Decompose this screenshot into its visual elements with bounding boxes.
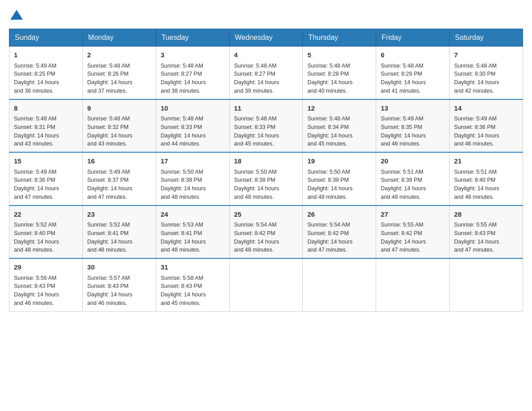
calendar-cell: 3Sunrise: 5:48 AMSunset: 8:27 PMDaylight… — [156, 47, 229, 99]
day-info: Sunrise: 5:55 AMSunset: 8:43 PMDaylight:… — [454, 221, 518, 254]
day-number: 5 — [307, 50, 371, 60]
calendar-header-row: SundayMondayTuesdayWednesdayThursdayFrid… — [9, 29, 523, 47]
day-number: 3 — [161, 50, 225, 60]
calendar-cell: 25Sunrise: 5:54 AMSunset: 8:42 PMDayligh… — [229, 206, 303, 259]
day-info: Sunrise: 5:51 AMSunset: 8:40 PMDaylight:… — [454, 168, 518, 201]
day-info: Sunrise: 5:48 AMSunset: 8:28 PMDaylight:… — [307, 62, 371, 95]
day-number: 27 — [381, 210, 445, 220]
day-number: 16 — [87, 156, 151, 167]
calendar-cell: 10Sunrise: 5:48 AMSunset: 8:33 PMDayligh… — [156, 99, 229, 153]
day-number: 2 — [87, 50, 151, 60]
calendar-week-row: 29Sunrise: 5:56 AMSunset: 8:43 PMDayligh… — [9, 258, 523, 311]
day-info: Sunrise: 5:50 AMSunset: 8:38 PMDaylight:… — [234, 168, 298, 201]
day-info: Sunrise: 5:48 AMSunset: 8:27 PMDaylight:… — [161, 62, 225, 95]
calendar-cell: 11Sunrise: 5:48 AMSunset: 8:33 PMDayligh… — [229, 99, 303, 153]
calendar-week-row: 8Sunrise: 5:48 AMSunset: 8:31 PMDaylight… — [9, 99, 523, 153]
day-info: Sunrise: 5:53 AMSunset: 8:41 PMDaylight:… — [161, 221, 225, 254]
header-tuesday: Tuesday — [156, 29, 229, 47]
day-number: 17 — [161, 156, 225, 167]
calendar-cell: 28Sunrise: 5:55 AMSunset: 8:43 PMDayligh… — [450, 206, 523, 259]
day-number: 10 — [161, 103, 225, 114]
day-info: Sunrise: 5:54 AMSunset: 8:42 PMDaylight:… — [307, 221, 371, 254]
calendar-cell: 26Sunrise: 5:54 AMSunset: 8:42 PMDayligh… — [303, 206, 376, 259]
day-info: Sunrise: 5:48 AMSunset: 8:32 PMDaylight:… — [87, 115, 151, 148]
day-number: 6 — [381, 50, 445, 60]
day-info: Sunrise: 5:49 AMSunset: 8:37 PMDaylight:… — [87, 168, 151, 201]
day-info: Sunrise: 5:57 AMSunset: 8:43 PMDaylight:… — [87, 274, 151, 308]
day-number: 20 — [381, 156, 445, 167]
calendar-cell — [376, 258, 450, 311]
day-number: 11 — [234, 103, 298, 114]
header-wednesday: Wednesday — [229, 29, 303, 47]
header-monday: Monday — [82, 29, 156, 47]
calendar-cell: 5Sunrise: 5:48 AMSunset: 8:28 PMDaylight… — [303, 47, 376, 99]
day-info: Sunrise: 5:56 AMSunset: 8:43 PMDaylight:… — [14, 274, 78, 308]
day-info: Sunrise: 5:52 AMSunset: 8:40 PMDaylight:… — [14, 221, 78, 254]
calendar-cell: 27Sunrise: 5:55 AMSunset: 8:42 PMDayligh… — [376, 206, 450, 259]
day-info: Sunrise: 5:51 AMSunset: 8:39 PMDaylight:… — [381, 168, 445, 201]
day-info: Sunrise: 5:54 AMSunset: 8:42 PMDaylight:… — [234, 221, 298, 254]
day-info: Sunrise: 5:49 AMSunset: 8:36 PMDaylight:… — [454, 115, 518, 148]
header-thursday: Thursday — [303, 29, 376, 47]
calendar-week-row: 15Sunrise: 5:49 AMSunset: 8:36 PMDayligh… — [9, 152, 523, 206]
calendar-cell: 17Sunrise: 5:50 AMSunset: 8:38 PMDayligh… — [156, 152, 229, 206]
day-number: 21 — [454, 156, 518, 167]
header-saturday: Saturday — [450, 29, 523, 47]
day-number: 31 — [161, 262, 225, 273]
calendar-cell: 1Sunrise: 5:49 AMSunset: 8:25 PMDaylight… — [9, 47, 83, 99]
calendar-cell: 18Sunrise: 5:50 AMSunset: 8:38 PMDayligh… — [229, 152, 303, 206]
day-info: Sunrise: 5:48 AMSunset: 8:31 PMDaylight:… — [14, 115, 78, 148]
calendar-cell: 12Sunrise: 5:48 AMSunset: 8:34 PMDayligh… — [303, 99, 376, 153]
day-number: 13 — [381, 103, 445, 114]
day-info: Sunrise: 5:48 AMSunset: 8:33 PMDaylight:… — [234, 115, 298, 148]
day-number: 24 — [161, 210, 225, 220]
day-info: Sunrise: 5:48 AMSunset: 8:30 PMDaylight:… — [454, 62, 518, 95]
day-info: Sunrise: 5:52 AMSunset: 8:41 PMDaylight:… — [87, 221, 151, 254]
day-number: 29 — [14, 262, 78, 273]
day-number: 25 — [234, 210, 298, 220]
calendar-cell: 4Sunrise: 5:48 AMSunset: 8:27 PMDaylight… — [229, 47, 303, 99]
calendar-cell: 16Sunrise: 5:49 AMSunset: 8:37 PMDayligh… — [82, 152, 156, 206]
day-info: Sunrise: 5:48 AMSunset: 8:33 PMDaylight:… — [161, 115, 225, 148]
day-number: 15 — [14, 156, 78, 167]
calendar-cell: 22Sunrise: 5:52 AMSunset: 8:40 PMDayligh… — [9, 206, 83, 259]
day-number: 23 — [87, 210, 151, 220]
calendar-cell: 6Sunrise: 5:48 AMSunset: 8:29 PMDaylight… — [376, 47, 450, 99]
calendar-cell: 23Sunrise: 5:52 AMSunset: 8:41 PMDayligh… — [82, 206, 156, 259]
day-info: Sunrise: 5:48 AMSunset: 8:26 PMDaylight:… — [87, 62, 151, 95]
calendar-cell: 29Sunrise: 5:56 AMSunset: 8:43 PMDayligh… — [9, 258, 83, 311]
page-header — [9, 9, 523, 20]
day-number: 19 — [307, 156, 371, 167]
calendar-cell: 21Sunrise: 5:51 AMSunset: 8:40 PMDayligh… — [450, 152, 523, 206]
svg-marker-0 — [10, 10, 23, 20]
day-info: Sunrise: 5:49 AMSunset: 8:25 PMDaylight:… — [14, 62, 78, 95]
calendar-cell — [450, 258, 523, 311]
day-number: 14 — [454, 103, 518, 114]
day-number: 12 — [307, 103, 371, 114]
header-friday: Friday — [376, 29, 450, 47]
calendar-cell: 8Sunrise: 5:48 AMSunset: 8:31 PMDaylight… — [9, 99, 83, 153]
calendar-week-row: 22Sunrise: 5:52 AMSunset: 8:40 PMDayligh… — [9, 206, 523, 259]
logo — [9, 9, 23, 20]
day-number: 7 — [454, 50, 518, 60]
day-info: Sunrise: 5:58 AMSunset: 8:43 PMDaylight:… — [161, 274, 225, 308]
day-number: 1 — [14, 50, 78, 60]
calendar-cell — [303, 258, 376, 311]
calendar-cell: 20Sunrise: 5:51 AMSunset: 8:39 PMDayligh… — [376, 152, 450, 206]
day-number: 8 — [14, 103, 78, 114]
day-number: 4 — [234, 50, 298, 60]
calendar-cell: 9Sunrise: 5:48 AMSunset: 8:32 PMDaylight… — [82, 99, 156, 153]
day-info: Sunrise: 5:50 AMSunset: 8:38 PMDaylight:… — [161, 168, 225, 201]
calendar-cell: 24Sunrise: 5:53 AMSunset: 8:41 PMDayligh… — [156, 206, 229, 259]
calendar-cell: 15Sunrise: 5:49 AMSunset: 8:36 PMDayligh… — [9, 152, 83, 206]
day-number: 18 — [234, 156, 298, 167]
day-info: Sunrise: 5:48 AMSunset: 8:34 PMDaylight:… — [307, 115, 371, 148]
day-number: 22 — [14, 210, 78, 220]
header-sunday: Sunday — [9, 29, 83, 47]
calendar-cell: 30Sunrise: 5:57 AMSunset: 8:43 PMDayligh… — [82, 258, 156, 311]
calendar-cell: 7Sunrise: 5:48 AMSunset: 8:30 PMDaylight… — [450, 47, 523, 99]
logo-arrow-icon — [10, 9, 23, 21]
day-number: 28 — [454, 210, 518, 220]
day-number: 9 — [87, 103, 151, 114]
day-info: Sunrise: 5:49 AMSunset: 8:36 PMDaylight:… — [14, 168, 78, 201]
